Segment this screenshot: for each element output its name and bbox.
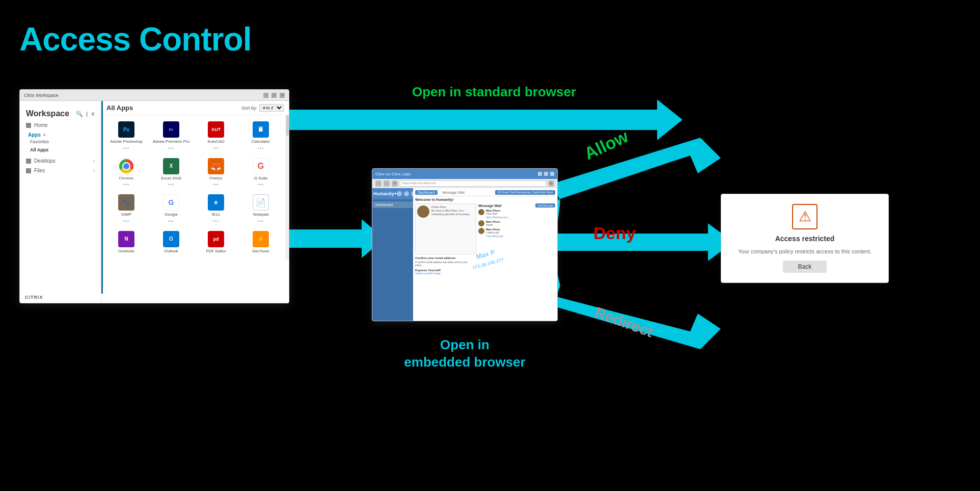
chrome-menu[interactable]: ••• bbox=[123, 182, 129, 187]
embedded-title-text: Citrix on Citrix Labs bbox=[375, 172, 411, 176]
nav-desktops[interactable]: Desktops › bbox=[20, 156, 101, 166]
outlook-name: Outlook bbox=[164, 249, 178, 254]
svg-marker-8 bbox=[553, 275, 721, 349]
all-apps-title: All Apps bbox=[106, 104, 133, 112]
app-devtools[interactable]: ⚡ DevTools bbox=[239, 228, 283, 257]
access-restricted-box: ⚠ Access restricted Your company's polic… bbox=[721, 194, 889, 283]
premiere-menu[interactable]: ••• bbox=[168, 146, 174, 151]
excel-icon: X bbox=[163, 158, 179, 174]
gsuite-menu[interactable]: ••• bbox=[258, 182, 264, 187]
embedded-window-controls: − □ × bbox=[538, 172, 554, 176]
google-menu[interactable]: ••• bbox=[168, 219, 174, 224]
minimize-button[interactable]: − bbox=[263, 93, 268, 98]
warning-icon: ⚠ bbox=[792, 204, 818, 229]
emb-nav-icon-2[interactable] bbox=[404, 191, 409, 196]
access-restricted-description: Your company's policy restricts access t… bbox=[730, 248, 879, 255]
home-icon bbox=[26, 123, 31, 128]
files-chevron-icon: › bbox=[93, 168, 95, 173]
app-premiere[interactable]: Pr Adobe Premiere Pro ••• bbox=[149, 118, 193, 154]
emb-maximize-btn[interactable]: □ bbox=[544, 172, 548, 176]
app-onenote[interactable]: N OneNote bbox=[104, 228, 148, 257]
search-icon[interactable]: 🔍 bbox=[76, 111, 83, 117]
maximize-button[interactable]: □ bbox=[271, 93, 277, 98]
app-google[interactable]: G Google ••• bbox=[149, 191, 193, 227]
address-bar[interactable]: https://app.humanity.com bbox=[400, 180, 546, 187]
workspace-header: Workspace 🔍 | ∨ bbox=[20, 105, 101, 120]
premiere-name: Adobe Premiere Pro bbox=[153, 139, 189, 144]
emb-tab-dashboard[interactable]: Dashboard bbox=[415, 190, 438, 195]
emb-add-msg-btn[interactable]: Add Message bbox=[535, 203, 555, 208]
emb-dashboard-item[interactable]: Dashboard bbox=[372, 201, 413, 208]
app-ie11[interactable]: e IE11 ••• bbox=[194, 191, 238, 227]
app-gsuite[interactable]: G G Suite ••• bbox=[239, 155, 283, 191]
app-outlook[interactable]: O Outlook bbox=[149, 228, 193, 257]
close-button[interactable]: × bbox=[280, 93, 285, 98]
sort-select[interactable]: A to Z Z to A bbox=[259, 104, 284, 112]
files-icon bbox=[26, 168, 31, 173]
calculator-menu[interactable]: ••• bbox=[258, 146, 264, 151]
back-button[interactable]: Back bbox=[783, 261, 827, 273]
app-firefox[interactable]: 🦊 Firefox ••• bbox=[194, 155, 238, 191]
notepad-menu[interactable]: ••• bbox=[258, 219, 264, 224]
app-notepad[interactable]: 📄 Notepad ••• bbox=[239, 191, 283, 227]
emb-express-link[interactable]: Upload a profile image bbox=[415, 272, 476, 275]
refresh-icon[interactable]: ↺ bbox=[392, 180, 398, 187]
app-photoshop[interactable]: Ps Adobe Photoshop ••• bbox=[104, 118, 148, 154]
emb-nav-icon-1[interactable] bbox=[397, 191, 402, 196]
settings-icon[interactable]: ⚙ bbox=[548, 180, 554, 187]
emb-confirmation-area: Confirm your email address A confirm ema… bbox=[415, 256, 476, 267]
chevron-down-icon[interactable]: ∨ bbox=[91, 111, 95, 117]
excel-menu[interactable]: ••• bbox=[168, 182, 174, 187]
apps-chevron-icon[interactable]: ∨ bbox=[43, 133, 46, 137]
notepad-icon: 📄 bbox=[253, 194, 269, 211]
embedded-right-col: Message Wall Add Message Max Pires Free … bbox=[478, 203, 555, 319]
workspace-sidebar: Workspace 🔍 | ∨ Home Apps ∨ Favorites bbox=[20, 101, 101, 303]
devtools-name: DevTools bbox=[253, 249, 269, 254]
nav-files[interactable]: Files › bbox=[20, 166, 101, 175]
calculator-name: Calculator bbox=[252, 139, 270, 144]
firefox-menu[interactable]: ••• bbox=[213, 182, 219, 187]
app-chrome[interactable]: Chrome ••• bbox=[104, 155, 148, 191]
ie11-menu[interactable]: ••• bbox=[213, 219, 219, 224]
app-excel[interactable]: X Excel 2016 ••• bbox=[149, 155, 193, 191]
app-calculator[interactable]: 🖩 Calculator ••• bbox=[239, 118, 283, 154]
embedded-app-header: Humanity+ bbox=[372, 188, 415, 199]
page-title: Access Control bbox=[19, 20, 251, 58]
emb-minimize-btn[interactable]: − bbox=[538, 172, 542, 176]
emb-msg-link-1[interactable]: https://freeimg.com... bbox=[486, 216, 510, 219]
chrome-name: Chrome bbox=[119, 176, 133, 181]
calculator-icon: 🖩 bbox=[253, 121, 269, 138]
scrollbar[interactable] bbox=[286, 115, 289, 260]
nav-home[interactable]: Home bbox=[20, 120, 101, 130]
emb-free-trial-btn[interactable]: 60 Free Trial Remaining, Subscribe Now bbox=[495, 190, 555, 195]
label-embedded-text: Open in embedded browser bbox=[404, 337, 525, 370]
photoshop-name: Adobe Photoshop bbox=[110, 139, 143, 144]
emb-msg-avatar-3 bbox=[478, 228, 484, 234]
gimp-menu[interactable]: ••• bbox=[123, 219, 129, 224]
pdf-icon: pd bbox=[208, 231, 224, 247]
emb-tab-messages[interactable]: Message Wall bbox=[440, 190, 467, 195]
embedded-welcome: Welcome to Humanity! bbox=[415, 198, 555, 201]
apps-grid-wrapper: Ps Adobe Photoshop ••• Pr Adobe Premiere… bbox=[101, 115, 289, 260]
devtools-icon: ⚡ bbox=[253, 231, 269, 247]
photoshop-menu[interactable]: ••• bbox=[123, 146, 129, 151]
all-apps-item[interactable]: All Apps bbox=[30, 146, 95, 154]
emb-msg-link-3[interactable]: Citrix Blog post bbox=[486, 235, 503, 238]
emb-msg-text-2: Tweet bbox=[486, 223, 500, 227]
scrollbar-thumb[interactable] bbox=[286, 115, 289, 136]
app-pdf[interactable]: pd PDF Editor bbox=[194, 228, 238, 257]
workspace-body: Workspace 🔍 | ∨ Home Apps ∨ Favorites bbox=[20, 101, 289, 303]
nav-apps-label[interactable]: Apps ∨ bbox=[26, 132, 95, 138]
app-gimp[interactable]: 🐾 GIMP ••• bbox=[104, 191, 148, 227]
forward-icon[interactable]: → bbox=[384, 180, 390, 187]
app-autocad[interactable]: AUT AutoCAD ••• bbox=[194, 118, 238, 154]
favorites-item[interactable]: Favorites bbox=[30, 138, 95, 146]
emb-timeoff-item[interactable] bbox=[372, 214, 413, 217]
emb-close-btn[interactable]: × bbox=[550, 172, 554, 176]
emb-msg-avatar-1 bbox=[478, 209, 484, 215]
back-icon[interactable]: ← bbox=[375, 180, 382, 187]
svg-marker-4 bbox=[289, 219, 385, 258]
autocad-menu[interactable]: ••• bbox=[213, 146, 219, 151]
access-restricted-title: Access restricted bbox=[775, 235, 835, 243]
gsuite-icon: G bbox=[253, 158, 269, 174]
